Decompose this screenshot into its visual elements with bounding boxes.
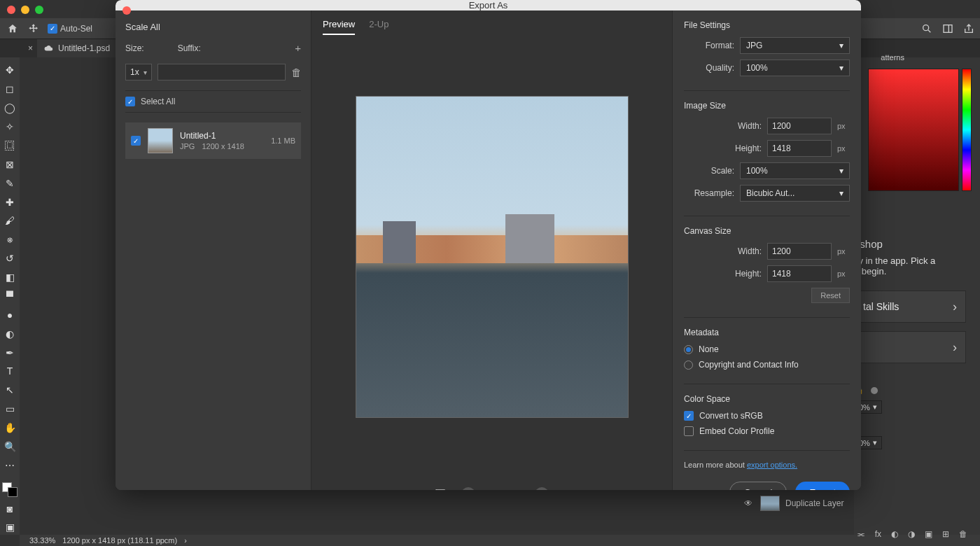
- type-tool-icon[interactable]: T: [2, 364, 18, 379]
- crop-tool-icon[interactable]: ⿴: [2, 139, 18, 153]
- fit-icon[interactable]: [435, 489, 446, 490]
- learn-card-text: tly in the app. Pick a: [854, 255, 966, 266]
- close-icon[interactable]: [7, 6, 15, 14]
- trash-icon[interactable]: 🗑: [959, 529, 967, 539]
- fx-icon[interactable]: fx: [875, 529, 881, 539]
- zoom-in-button[interactable]: +: [535, 487, 549, 490]
- canvas-width-input[interactable]: [767, 243, 832, 260]
- canvas-width-label: Width:: [711, 246, 762, 256]
- image-scale-dropdown[interactable]: 100%▾: [740, 162, 850, 179]
- eraser-tool-icon[interactable]: ◧: [2, 270, 18, 285]
- metadata-none-radio[interactable]: None: [684, 344, 850, 354]
- minimize-icon[interactable]: [21, 6, 29, 14]
- eyedropper-tool-icon[interactable]: ✎: [2, 176, 18, 190]
- search-icon[interactable]: [921, 23, 932, 34]
- auto-select-checkbox[interactable]: ✓ Auto-Sel: [48, 24, 92, 34]
- history-brush-icon[interactable]: ↺: [2, 251, 18, 266]
- tab-close-icon[interactable]: ×: [28, 43, 33, 53]
- zoom-tool-icon[interactable]: 🔍: [2, 440, 18, 454]
- export-options-link[interactable]: export options.: [747, 461, 797, 469]
- screen-mode-icon[interactable]: ▣: [2, 520, 18, 535]
- select-all-row[interactable]: ✓ Select All: [125, 90, 301, 113]
- mask-icon[interactable]: ◐: [891, 529, 898, 539]
- cancel-button[interactable]: Cancel: [729, 482, 787, 490]
- brush-tool-icon[interactable]: 🖌: [2, 214, 18, 228]
- layer-name: Duplicate Layer: [785, 498, 844, 508]
- image-height-input[interactable]: [767, 140, 832, 157]
- preview-canvas[interactable]: [321, 42, 662, 472]
- scale-dropdown[interactable]: 1x ▾: [125, 64, 152, 80]
- visibility-icon[interactable]: 👁: [742, 498, 755, 508]
- skills-button-2[interactable]: ›: [854, 331, 966, 363]
- lasso-tool-icon[interactable]: ◯: [2, 101, 18, 115]
- reset-button[interactable]: Reset: [811, 288, 850, 303]
- status-zoom[interactable]: 33.33%: [29, 536, 55, 545]
- quick-mask-icon[interactable]: ◙: [2, 501, 18, 516]
- healing-tool-icon[interactable]: ✚: [2, 195, 18, 209]
- tab-preview[interactable]: Preview: [323, 19, 355, 35]
- frame-tool-icon[interactable]: ⊠: [2, 157, 18, 172]
- dialog-titlebar[interactable]: Export As: [115, 0, 861, 10]
- layer-panel-buttons: ⫘ fx ◐ ◑ ▣ ⊞ 🗑: [857, 529, 967, 539]
- maximize-icon[interactable]: [35, 6, 43, 14]
- skills-button[interactable]: tal Skills ›: [854, 290, 966, 323]
- dodge-tool-icon[interactable]: ◐: [2, 326, 18, 341]
- preview-tabs: Preview 2-Up: [312, 10, 672, 35]
- checkbox-checked-icon[interactable]: ✓: [131, 136, 141, 146]
- patterns-tab[interactable]: atterns: [881, 53, 904, 62]
- suffix-input[interactable]: [158, 64, 286, 80]
- wand-tool-icon[interactable]: ✧: [2, 120, 18, 134]
- document-tab[interactable]: Untitled-1.psd: [37, 39, 117, 57]
- delete-scale-icon[interactable]: 🗑: [291, 66, 302, 78]
- layer-row[interactable]: 👁 Duplicate Layer: [742, 496, 966, 511]
- blur-tool-icon[interactable]: ●: [2, 307, 18, 322]
- pen-tool-icon[interactable]: ✒: [2, 345, 18, 360]
- marquee-tool-icon[interactable]: ◻: [2, 82, 18, 97]
- share-icon[interactable]: [963, 23, 974, 34]
- shape-tool-icon[interactable]: ▭: [2, 402, 18, 416]
- format-dropdown[interactable]: JPG▾: [740, 37, 850, 54]
- add-scale-icon[interactable]: +: [295, 42, 301, 54]
- status-bar: 33.33% 1200 px x 1418 px (118.11 ppcm) ›: [20, 535, 980, 546]
- more-tools-icon[interactable]: ⋯: [2, 458, 18, 472]
- image-width-input[interactable]: [767, 118, 832, 134]
- status-chevron-icon[interactable]: ›: [184, 536, 187, 545]
- adjustment-icon[interactable]: ◑: [908, 529, 915, 539]
- image-size-heading: Image Size: [684, 101, 850, 111]
- svg-rect-1: [944, 24, 952, 32]
- metadata-heading: Metadata: [684, 328, 850, 337]
- color-swatches[interactable]: [2, 482, 18, 497]
- convert-srgb-checkbox[interactable]: ✓ Convert to sRGB: [684, 411, 850, 421]
- embed-profile-checkbox[interactable]: Embed Color Profile: [684, 426, 850, 436]
- canvas-height-input[interactable]: [767, 265, 832, 282]
- resample-dropdown[interactable]: Bicubic Aut...▾: [740, 185, 850, 202]
- new-layer-icon[interactable]: ⊞: [942, 529, 949, 539]
- move-tool-icon[interactable]: ✥: [2, 63, 18, 78]
- hand-tool-icon[interactable]: ✋: [2, 421, 18, 435]
- chevron-down-icon: ▾: [873, 438, 877, 447]
- select-all-label: Select All: [141, 97, 175, 106]
- panel-toggle-icon[interactable]: [942, 23, 953, 34]
- dialog-close-icon[interactable]: [122, 6, 131, 15]
- folder-icon[interactable]: ▣: [925, 529, 932, 539]
- lock-dot-icon: [871, 387, 878, 394]
- hue-slider[interactable]: [962, 69, 972, 191]
- zoom-out-button[interactable]: −: [461, 487, 475, 490]
- metadata-copyright-radio[interactable]: Copyright and Contact Info: [684, 360, 850, 370]
- asset-row[interactable]: ✓ Untitled-1 JPG 1200 x 1418 1.1 MB: [125, 122, 301, 159]
- home-icon[interactable]: [6, 22, 20, 36]
- settings-panel: File Settings Format: JPG▾ Quality: 100%…: [672, 10, 861, 490]
- move-tool-icon[interactable]: [27, 22, 41, 36]
- color-picker-panel[interactable]: [868, 69, 959, 191]
- scale-panel: Scale All Size: Suffix: + 1x ▾ 🗑 ✓ Selec…: [115, 10, 312, 490]
- quality-label: Quality:: [684, 63, 734, 73]
- quality-dropdown[interactable]: 100%▾: [740, 59, 850, 76]
- stamp-tool-icon[interactable]: ⎈: [2, 232, 18, 247]
- export-button[interactable]: Export: [795, 482, 850, 490]
- path-tool-icon[interactable]: ↖: [2, 383, 18, 398]
- chevron-down-icon: ▾: [144, 69, 147, 76]
- checkbox-checked-icon[interactable]: ✓: [125, 97, 135, 106]
- gradient-tool-icon[interactable]: ▀: [2, 289, 18, 304]
- link-layers-icon[interactable]: ⫘: [857, 529, 865, 539]
- tab-2up[interactable]: 2-Up: [369, 19, 388, 35]
